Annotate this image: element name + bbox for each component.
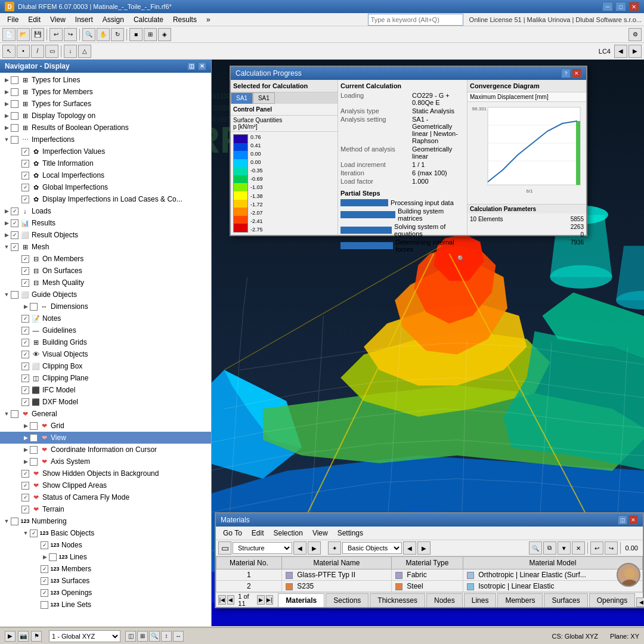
tab-openings[interactable]: Openings: [589, 593, 635, 607]
nav-section-imperfections[interactable]: ▼ ⋯ Imperfections: [0, 134, 211, 145]
nav-checkbox-checked[interactable]: [21, 386, 29, 394]
mat-obj-prev-button[interactable]: ◀: [403, 541, 416, 555]
nav-section-numbering[interactable]: ▼ 123 Numbering: [0, 515, 211, 527]
nav-item-coord-info[interactable]: ▶ ❤ Coordinate Information on Cursor: [0, 444, 211, 456]
nav-checkbox-checked[interactable]: [21, 255, 29, 263]
load-button[interactable]: ↓: [64, 45, 77, 58]
tab-thicknesses[interactable]: Thicknesses: [370, 593, 425, 607]
nav-checkbox[interactable]: [30, 446, 38, 454]
mat-menu-goto[interactable]: Go To: [218, 528, 247, 538]
mat-redo-button[interactable]: ↪: [605, 541, 618, 555]
nav-checkbox-checked[interactable]: [41, 589, 48, 597]
render-button[interactable]: ◈: [158, 28, 171, 41]
nav-checkbox-checked[interactable]: [21, 267, 29, 275]
nav-checkbox[interactable]: [11, 291, 18, 299]
settings-button[interactable]: ⚙: [628, 28, 642, 41]
nav-checkbox-checked[interactable]: [21, 184, 29, 191]
maximize-button[interactable]: □: [615, 2, 626, 11]
nav-section-mesh[interactable]: ▼ ⊞ Mesh: [0, 241, 211, 253]
nav-checkbox[interactable]: [41, 601, 48, 609]
save-button[interactable]: 💾: [31, 28, 44, 41]
view-btn-3[interactable]: 🔍: [149, 631, 160, 642]
menu-assign[interactable]: Assign: [98, 14, 129, 25]
materials-panel[interactable]: Materials ◫ ✕ Go To Edit Selection View …: [215, 512, 644, 608]
menu-edit[interactable]: Edit: [23, 14, 45, 25]
mat-structure-dropdown[interactable]: Structure: [233, 542, 292, 554]
nav-item-lines[interactable]: ▶ 123 Lines: [0, 551, 211, 563]
table-row[interactable]: 2 S235 Steel Isotropic | L: [216, 581, 643, 592]
nav-item-global-imperfections[interactable]: ✿ Global Imperfections: [0, 181, 211, 193]
menu-calculate[interactable]: Calculate: [129, 14, 168, 25]
nav-item-members[interactable]: 123 Members: [0, 563, 211, 575]
nav-checkbox[interactable]: [30, 303, 38, 311]
window-controls[interactable]: ─ □ ✕: [602, 2, 639, 11]
prev-lc-button[interactable]: ◀: [614, 45, 627, 58]
menu-view[interactable]: View: [45, 14, 70, 25]
nav-checkbox[interactable]: [30, 434, 38, 442]
nav-item-imperfection-values[interactable]: ✿ Imperfection Values: [0, 145, 211, 157]
nav-checkbox[interactable]: [11, 136, 18, 144]
nav-checkbox-checked[interactable]: [41, 541, 48, 549]
play-button[interactable]: ▶: [5, 631, 16, 642]
nav-checkbox-checked[interactable]: [11, 208, 18, 215]
nav-checkbox-checked[interactable]: [21, 279, 29, 287]
nav-checkbox-checked[interactable]: [21, 339, 29, 346]
redo-button[interactable]: ↪: [64, 28, 77, 41]
nav-item-on-members[interactable]: ⊟ On Members: [0, 253, 211, 265]
surface-button[interactable]: ▭: [45, 45, 58, 58]
panel-nav-arrows[interactable]: ◀ ▶: [636, 597, 644, 607]
dialog-help-button[interactable]: ?: [561, 69, 571, 78]
nav-checkbox-checked[interactable]: [21, 363, 29, 370]
view-btn-5[interactable]: ↔: [173, 631, 184, 642]
nav-item-dxf-model[interactable]: ⬛ DXF Model: [0, 396, 211, 408]
view-btn-2[interactable]: ⊞: [137, 631, 148, 642]
nav-checkbox[interactable]: [11, 518, 18, 525]
first-page-button[interactable]: |◀: [218, 595, 226, 605]
tab-members[interactable]: Members: [497, 593, 543, 607]
nav-item-ifc-model[interactable]: ⬛ IFC Model: [0, 384, 211, 396]
nav-item-types-lines[interactable]: ▶ ⊞ Types for Lines: [0, 74, 211, 86]
nav-item-on-surfaces[interactable]: ⊟ On Surfaces: [0, 265, 211, 277]
menu-insert[interactable]: Insert: [70, 14, 98, 25]
last-page-button[interactable]: ▶|: [266, 595, 274, 605]
tab-materials[interactable]: Materials: [278, 593, 324, 607]
nav-checkbox[interactable]: [30, 422, 38, 430]
nav-item-show-clipped[interactable]: ❤ Show Clipped Areas: [0, 479, 211, 491]
nav-item-local-imperfections[interactable]: ✿ Local Imperfections: [0, 169, 211, 181]
nav-checkbox[interactable]: [11, 100, 18, 108]
nav-checkbox[interactable]: [30, 458, 38, 466]
nav-item-notes[interactable]: 📝 Notes: [0, 312, 211, 324]
nav-item-types-members[interactable]: ▶ ⊞ Types for Members: [0, 86, 211, 98]
nav-checkbox-checked[interactable]: [41, 577, 48, 585]
calc-progress-dialog[interactable]: Calculation Progress ? ✕ Selected for Ca…: [230, 66, 587, 236]
next-page-button[interactable]: ▶: [257, 595, 265, 605]
nav-item-results[interactable]: ▶ 📊 Results: [0, 217, 211, 229]
flag-button[interactable]: ⚑: [31, 631, 42, 642]
nav-checkbox-checked[interactable]: [11, 243, 18, 251]
nav-item-surfaces[interactable]: 123 Surfaces: [0, 575, 211, 587]
nav-item-visual-objects[interactable]: 👁 Visual Objects: [0, 348, 211, 360]
nav-item-nodes[interactable]: 123 Nodes: [0, 539, 211, 551]
nav-item-show-hidden[interactable]: ❤ Show Hidden Objects in Background: [0, 467, 211, 479]
mat-filter-button[interactable]: ▼: [558, 541, 571, 555]
nav-item-basic-objects[interactable]: ▼ 123 Basic Objects: [0, 527, 211, 539]
mat-copy-button[interactable]: ⧉: [543, 541, 556, 555]
viewport-3d[interactable]: 01001010111001010011010100101010 1011010…: [212, 60, 644, 626]
mat-prev-button[interactable]: ◀: [293, 541, 306, 555]
camera-button[interactable]: 📷: [18, 631, 29, 642]
next-lc-button[interactable]: ▶: [628, 45, 642, 58]
nav-item-display-topology[interactable]: ▶ ⊞ Display Topology on: [0, 110, 211, 122]
nav-item-view[interactable]: ▶ ❤ View: [0, 432, 211, 444]
undo-button[interactable]: ↩: [49, 28, 63, 41]
nav-item-title-info[interactable]: ✿ Title Information: [0, 157, 211, 169]
nav-checkbox-checked[interactable]: [21, 482, 29, 490]
nav-checkbox[interactable]: [11, 76, 18, 84]
nav-checkbox-checked[interactable]: [21, 470, 29, 478]
support-button[interactable]: △: [78, 45, 91, 58]
materials-close-button[interactable]: ✕: [628, 515, 638, 525]
dialog-close-button[interactable]: ✕: [572, 69, 581, 78]
nav-item-clipping-plane[interactable]: ◫ Clipping Plane: [0, 372, 211, 384]
nav-item-dimensions[interactable]: ▶ ↔ Dimensions: [0, 301, 211, 312]
nav-checkbox-checked[interactable]: [11, 219, 18, 227]
nav-header-controls[interactable]: ◫ ✕: [187, 62, 206, 70]
